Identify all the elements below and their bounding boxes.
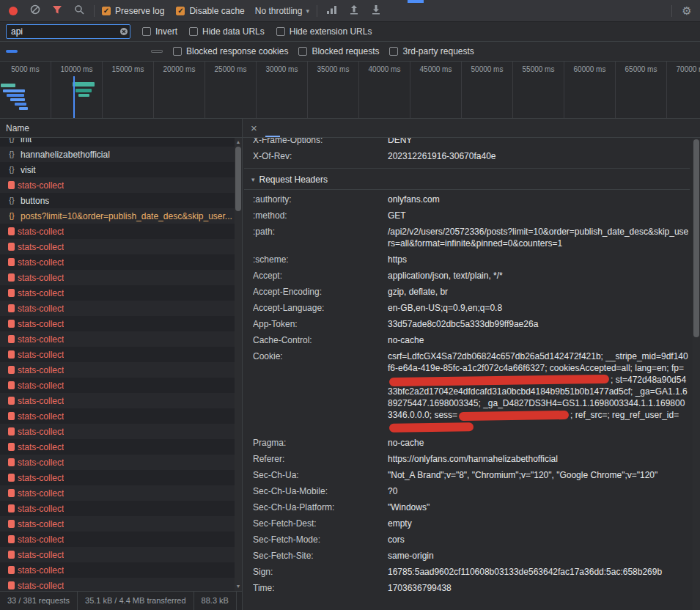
request-row[interactable]: stats-collect bbox=[0, 562, 242, 578]
request-row[interactable]: stats-collect bbox=[0, 516, 242, 532]
request-row[interactable]: {} visit bbox=[0, 162, 242, 177]
settings-button[interactable]: ⚙ bbox=[679, 3, 694, 19]
filter-button[interactable] bbox=[50, 3, 65, 19]
request-row[interactable]: stats-collect bbox=[0, 362, 242, 378]
filter-chip-ws[interactable] bbox=[125, 50, 136, 53]
request-row[interactable]: stats-collect bbox=[0, 485, 242, 501]
scroll-down-icon[interactable]: ▼ bbox=[235, 583, 242, 590]
record-button[interactable] bbox=[6, 3, 21, 19]
error-icon bbox=[8, 412, 15, 420]
waterfall-band[interactable] bbox=[0, 76, 700, 119]
export-har-button[interactable] bbox=[369, 3, 383, 19]
request-row[interactable]: stats-collect bbox=[0, 378, 242, 393]
scrollbar-thumb[interactable] bbox=[693, 139, 699, 337]
checkbox-box-icon bbox=[176, 7, 185, 15]
request-row[interactable]: {} hannahelizabethofficial bbox=[0, 147, 242, 162]
filter-chip-doc[interactable] bbox=[19, 50, 31, 53]
details-panel: × X-Frame-Options: DENY X-Of-Rev: 202312… bbox=[243, 119, 700, 610]
request-row[interactable]: stats-collect bbox=[0, 331, 242, 347]
filter-chip-img[interactable] bbox=[85, 50, 97, 53]
requests-scrollbar[interactable]: ▲ ▼ bbox=[235, 138, 242, 591]
requests-count: 33 / 381 requests bbox=[0, 592, 78, 610]
header-name: App-Token: bbox=[253, 318, 388, 330]
tab-preview[interactable] bbox=[295, 119, 309, 137]
header-value-text: application/json, text/plain, */* bbox=[388, 271, 503, 281]
timeline-tick-label: 20000 ms bbox=[163, 65, 196, 73]
filter-chip-manifest[interactable] bbox=[111, 50, 123, 53]
tab-initiator[interactable] bbox=[324, 119, 339, 137]
checkbox-blocked-requests[interactable]: Blocked requests bbox=[298, 46, 379, 56]
request-row[interactable]: stats-collect bbox=[0, 224, 242, 239]
request-row[interactable]: stats-collect bbox=[0, 270, 242, 285]
request-row[interactable]: {} posts?limit=10&order=publish_date_des… bbox=[0, 208, 242, 224]
header-value: same-origin bbox=[388, 550, 690, 562]
network-conditions-button[interactable] bbox=[325, 3, 339, 19]
request-row[interactable]: stats-collect bbox=[0, 347, 242, 362]
request-row[interactable]: stats-collect bbox=[0, 532, 242, 547]
filter-chip-all[interactable] bbox=[6, 50, 18, 53]
request-row[interactable]: stats-collect bbox=[0, 285, 242, 301]
request-name: stats-collect bbox=[18, 519, 64, 529]
requests-column-header[interactable]: Name bbox=[0, 119, 242, 138]
request-row[interactable]: {} buttons bbox=[0, 193, 242, 208]
checkbox-blocked-response-cookies[interactable]: Blocked response cookies bbox=[173, 46, 288, 56]
devtools-network-panel: Preserve log Disable cache No throttling… bbox=[0, 0, 700, 610]
tab-timing[interactable] bbox=[339, 119, 353, 137]
scrollbar-thumb[interactable] bbox=[235, 147, 241, 211]
details-scrollbar[interactable] bbox=[693, 138, 700, 610]
request-headers-section-header[interactable]: ▾ Request Headers bbox=[244, 170, 690, 190]
checkbox-hide-data-urls[interactable]: Hide data URLs bbox=[189, 26, 265, 37]
import-har-button[interactable] bbox=[347, 3, 361, 19]
request-row[interactable]: stats-collect bbox=[0, 239, 242, 254]
error-icon bbox=[8, 474, 15, 482]
request-row[interactable]: stats-collect bbox=[0, 578, 242, 591]
request-row[interactable]: stats-collect bbox=[0, 254, 242, 270]
request-row[interactable]: stats-collect bbox=[0, 408, 242, 424]
tab-headers[interactable] bbox=[265, 119, 280, 137]
tab-payload[interactable] bbox=[280, 119, 295, 137]
tab-response[interactable] bbox=[309, 119, 324, 137]
request-row[interactable]: stats-collect bbox=[0, 455, 242, 470]
filter-chip-fetch-xhr[interactable] bbox=[45, 50, 57, 53]
timeline-overview[interactable]: 5000 ms10000 ms15000 ms20000 ms25000 ms3… bbox=[0, 62, 700, 119]
checkbox-disable-cache[interactable]: Disable cache bbox=[176, 6, 244, 16]
checkbox-3rd-party-requests[interactable]: 3rd-party requests bbox=[389, 46, 474, 56]
filter-chip-media[interactable] bbox=[98, 50, 110, 53]
request-row[interactable]: stats-collect bbox=[0, 393, 242, 408]
filter-chip-css[interactable] bbox=[59, 50, 70, 53]
clear-input-icon[interactable] bbox=[119, 27, 128, 36]
header-name: :scheme: bbox=[253, 254, 388, 265]
filter-chip-font[interactable] bbox=[72, 50, 84, 53]
checkbox-invert[interactable]: Invert bbox=[142, 26, 177, 37]
request-row[interactable]: stats-collect bbox=[0, 470, 242, 485]
filter-chip-js[interactable] bbox=[32, 50, 44, 53]
close-button[interactable]: × bbox=[243, 119, 265, 137]
filter-chip-other[interactable] bbox=[151, 50, 163, 53]
throttling-select[interactable]: No throttling ▾ bbox=[255, 6, 309, 16]
request-row[interactable]: stats-collect bbox=[0, 424, 242, 439]
search-button[interactable] bbox=[72, 3, 86, 19]
checkbox-hide-extension-urls[interactable]: Hide extension URLs bbox=[276, 26, 372, 37]
filter-chip-wasm[interactable] bbox=[138, 50, 150, 53]
checkbox-preserve-log[interactable]: Preserve log bbox=[102, 6, 164, 16]
header-name: Accept-Encoding: bbox=[253, 286, 388, 298]
request-row[interactable]: stats-collect bbox=[0, 439, 242, 455]
header-name: Pragma: bbox=[253, 437, 388, 449]
scroll-up-icon[interactable]: ▲ bbox=[235, 139, 242, 146]
request-row[interactable]: {} init bbox=[0, 138, 242, 147]
error-icon bbox=[8, 181, 15, 189]
filter-input[interactable] bbox=[6, 24, 130, 39]
header-value: "Not_A Brand";v="8", "Chromium";v="120",… bbox=[388, 469, 690, 481]
request-row[interactable]: stats-collect bbox=[0, 547, 242, 562]
header-value-text: /api2/v2/users/20572336/posts?limit=10&o… bbox=[388, 227, 688, 249]
timeline-tick-label: 50000 ms bbox=[471, 65, 504, 73]
clear-button[interactable] bbox=[28, 3, 43, 19]
request-row[interactable]: stats-collect bbox=[0, 501, 242, 516]
request-row[interactable]: stats-collect bbox=[0, 177, 242, 193]
tab-cookies[interactable] bbox=[353, 119, 368, 137]
clear-icon bbox=[30, 4, 40, 17]
request-row[interactable]: stats-collect bbox=[0, 301, 242, 316]
request-row[interactable]: stats-collect bbox=[0, 316, 242, 331]
error-icon bbox=[8, 489, 15, 497]
request-name: stats-collect bbox=[18, 257, 64, 268]
